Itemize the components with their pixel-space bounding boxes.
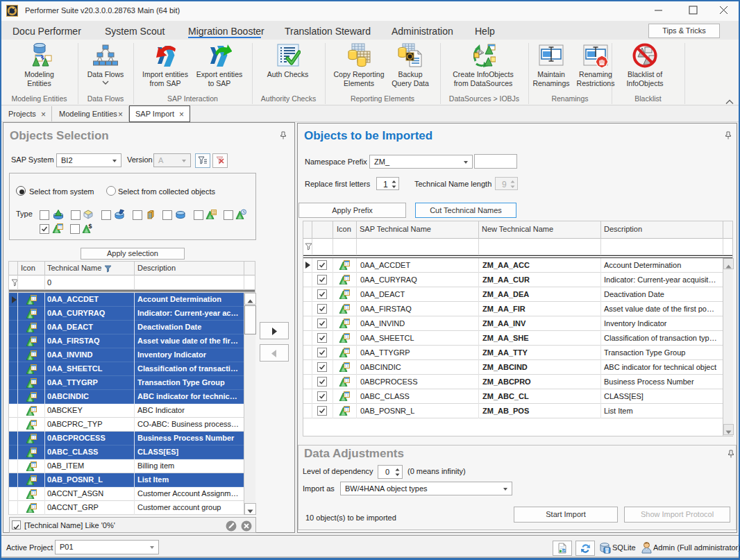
svg-text:$: $ (89, 223, 92, 230)
